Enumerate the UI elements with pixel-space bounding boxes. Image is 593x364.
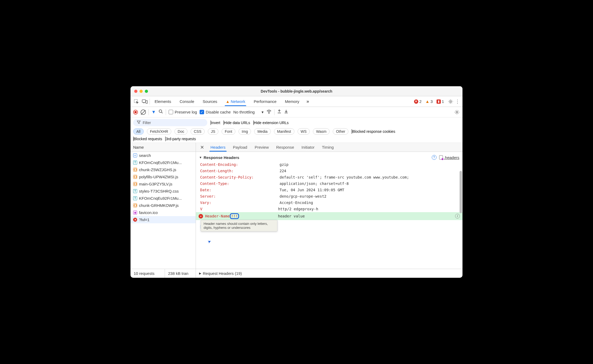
type-wasm[interactable]: Wasm <box>313 128 330 135</box>
request-row[interactable]: ◆favicon.ico <box>131 209 196 216</box>
kebab-menu-icon[interactable]: ⋮ <box>455 99 460 104</box>
svg-rect-1 <box>142 100 146 102</box>
delete-header-icon[interactable]: ✕ <box>199 214 203 219</box>
blocked-requests-checkbox[interactable]: Blocked requests <box>133 137 162 141</box>
maximize-window[interactable] <box>145 90 148 93</box>
details-panel: ✕ Headers Payload Preview Response Initi… <box>196 143 462 269</box>
tab-memory[interactable]: Memory <box>281 97 303 106</box>
throttling-select[interactable]: No throttling▾ <box>233 110 264 115</box>
tab-sources[interactable]: Sources <box>199 97 221 106</box>
request-row[interactable]: Tstyles-T73CSHRQ.css <box>131 188 196 195</box>
request-row[interactable]: TKFOmCnqEu92Fr1Mu... <box>131 159 196 166</box>
invalid-chars-highlight: !!! <box>230 213 239 219</box>
request-row[interactable]: TKFOmCnqEu92Fr1Mu... <box>131 195 196 202</box>
cursor-pointer-icon: ➤ <box>206 238 213 245</box>
svg-point-3 <box>450 101 451 102</box>
hide-extension-urls-checkbox[interactable]: Hide extension URLs <box>253 121 289 125</box>
filter-bar: Filter Invert Hide data URLs Hide extens… <box>131 117 462 143</box>
request-row[interactable]: ⦃⦄polyfills-UPW4ZMSI.js <box>131 173 196 180</box>
requests-count: 10 requests <box>131 269 165 278</box>
more-tabs-icon[interactable]: » <box>304 99 312 104</box>
download-icon[interactable] <box>284 109 288 115</box>
invert-checkbox[interactable]: Invert <box>210 121 220 125</box>
search-icon[interactable] <box>159 109 163 115</box>
tab-elements[interactable]: Elements <box>151 97 175 106</box>
type-media[interactable]: Media <box>254 128 271 135</box>
third-party-checkbox[interactable]: 3rd-party requests <box>165 137 196 141</box>
tab-preview[interactable]: Preview <box>251 143 272 151</box>
warning-icon: ▲ <box>226 99 230 104</box>
type-img[interactable]: Img <box>239 128 251 135</box>
tab-timing[interactable]: Timing <box>318 143 337 151</box>
info-icon[interactable]: i <box>455 214 460 219</box>
tab-performance[interactable]: Performance <box>250 97 280 106</box>
minimize-window[interactable] <box>140 90 143 93</box>
type-doc[interactable]: Doc <box>174 128 187 135</box>
traffic-lights <box>134 90 148 93</box>
svg-point-6 <box>456 111 458 113</box>
settings-icon[interactable] <box>448 99 453 104</box>
help-icon[interactable]: ? <box>432 155 437 160</box>
warning-badge[interactable]: ▲3 <box>425 99 433 104</box>
request-row[interactable]: ⦃⦄chunk-GRHMKOWP.js <box>131 202 196 209</box>
type-manifest[interactable]: Manifest <box>274 128 294 135</box>
response-headers-section[interactable]: ▼Response Headers ? .headers <box>196 153 462 161</box>
header-row: Content-Security-Policy:default-src 'sel… <box>196 174 462 180</box>
scrollbar[interactable] <box>460 171 462 213</box>
type-other[interactable]: Other <box>333 128 348 135</box>
device-icon[interactable] <box>141 99 149 104</box>
funnel-icon <box>137 120 141 125</box>
type-all[interactable]: All <box>133 128 144 135</box>
main-content: Name ≡search TKFOmCnqEu92Fr1Mu... ⦃⦄chun… <box>131 143 462 269</box>
type-js[interactable]: JS <box>208 128 218 135</box>
request-row[interactable]: ✕?lvl=1 <box>131 216 196 223</box>
request-row[interactable]: ⦃⦄chunk-Z5WZJGHS.js <box>131 166 196 173</box>
type-font[interactable]: Font <box>222 128 235 135</box>
window-title: DevTools - bubble-jingle.web.app/search <box>261 89 332 93</box>
type-css[interactable]: CSS <box>191 128 205 135</box>
svg-point-4 <box>159 110 162 112</box>
type-fetch[interactable]: Fetch/XHR <box>147 128 171 135</box>
preserve-log-checkbox[interactable]: Preserve log <box>169 110 197 114</box>
name-column-header[interactable]: Name <box>131 143 196 152</box>
edited-header-row[interactable]: ✕ Header-Name!!! header value i <box>196 212 462 220</box>
svg-point-5 <box>269 113 269 113</box>
header-row: Content-Encoding:gzip <box>196 161 462 168</box>
request-headers-section[interactable]: ▶Request Headers (19) <box>196 269 245 278</box>
devtools-window: DevTools - bubble-jingle.web.app/search … <box>131 86 462 278</box>
tab-response[interactable]: Response <box>272 143 298 151</box>
validation-tooltip: Header names should contain only letters… <box>201 220 277 231</box>
transfer-size: 238 kB tran <box>165 269 196 278</box>
requests-panel: Name ≡search TKFOmCnqEu92Fr1Mu... ⦃⦄chun… <box>131 143 196 269</box>
tab-payload[interactable]: Payload <box>229 143 251 151</box>
tab-console[interactable]: Console <box>176 97 198 106</box>
close-window[interactable] <box>134 90 137 93</box>
issue-badge[interactable]: ▮1 <box>437 99 444 104</box>
headers-file-link[interactable]: .headers <box>439 155 459 160</box>
tab-headers[interactable]: Headers <box>207 143 229 151</box>
record-button[interactable] <box>133 110 138 115</box>
clear-button[interactable] <box>141 110 146 115</box>
blocked-cookies-checkbox[interactable]: Blocked response cookies <box>352 129 395 134</box>
header-row: Content-Type:application/json; charset=u… <box>196 180 462 187</box>
tab-network[interactable]: ▲Network <box>222 97 249 106</box>
upload-icon[interactable] <box>277 109 281 115</box>
request-row[interactable]: ≡search <box>131 152 196 159</box>
requests-list: ≡search TKFOmCnqEu92Fr1Mu... ⦃⦄chunk-Z5W… <box>131 152 196 269</box>
error-badge[interactable]: ✕2 <box>414 99 421 104</box>
network-settings-icon[interactable] <box>454 109 460 115</box>
headers-pane: ▼Response Headers ? .headers Content-Enc… <box>196 152 462 269</box>
svg-rect-2 <box>146 101 147 103</box>
status-bar: 10 requests 238 kB tran ▶Request Headers… <box>131 269 462 278</box>
disable-cache-checkbox[interactable]: ✓Disable cache <box>200 110 231 114</box>
tab-initiator[interactable]: Initiator <box>298 143 318 151</box>
request-row[interactable]: ⦃⦄main-G3PZY5LV.js <box>131 180 196 188</box>
filter-input[interactable]: Filter <box>133 119 207 126</box>
inspect-icon[interactable] <box>133 99 140 104</box>
header-row: Vary:Accept-Encoding <box>196 199 462 206</box>
network-conditions-icon[interactable] <box>266 110 272 115</box>
hide-data-urls-checkbox[interactable]: Hide data URLs <box>223 121 250 125</box>
close-details-icon[interactable]: ✕ <box>197 144 207 150</box>
type-ws[interactable]: WS <box>298 128 310 135</box>
filter-icon[interactable]: ▼ <box>151 110 156 115</box>
